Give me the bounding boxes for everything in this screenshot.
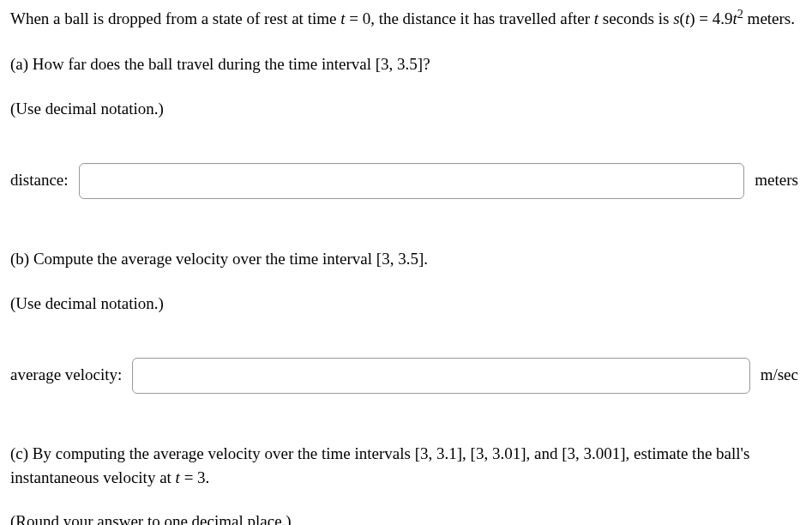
intro-end: meters. <box>743 9 795 27</box>
part-c-question: (c) By computing the average velocity ov… <box>10 442 802 491</box>
avg-velocity-label: average velocity: <box>10 363 122 388</box>
part-c-line1: (c) By computing the average velocity ov… <box>10 444 749 462</box>
part-c-line2-pre: instantaneous velocity at <box>10 468 176 486</box>
part-a-answer-row: distance: meters <box>10 163 802 199</box>
intro-eq1-rest: = 0 <box>345 9 370 27</box>
distance-input[interactable] <box>79 163 745 199</box>
part-b-question: (b) Compute the average velocity over th… <box>10 247 802 272</box>
part-a-question: (a) How far does the ball travel during … <box>10 52 802 77</box>
intro-text-post: seconds is <box>598 9 673 27</box>
part-c-instruction: (Round your answer to one decimal place.… <box>10 510 802 526</box>
intro-s: s <box>673 9 679 27</box>
part-b-instruction: (Use decimal notation.) <box>10 292 802 317</box>
avg-velocity-input[interactable] <box>132 358 749 394</box>
part-b-answer-row: average velocity: m/sec <box>10 358 802 394</box>
distance-unit: meters <box>755 168 798 193</box>
intro-exponent: 2 <box>737 7 743 21</box>
intro-text-mid: , the distance it has travelled after <box>370 9 594 27</box>
part-c-line2-rest: = 3. <box>180 468 209 486</box>
part-a-instruction: (Use decimal notation.) <box>10 97 802 122</box>
distance-label: distance: <box>10 168 69 193</box>
avg-velocity-unit: m/sec <box>761 363 798 388</box>
problem-intro: When a ball is dropped from a state of r… <box>10 7 802 32</box>
intro-eq2-close: ) = 4.9 <box>689 9 732 27</box>
intro-text-pre: When a ball is dropped from a state of r… <box>10 9 340 27</box>
